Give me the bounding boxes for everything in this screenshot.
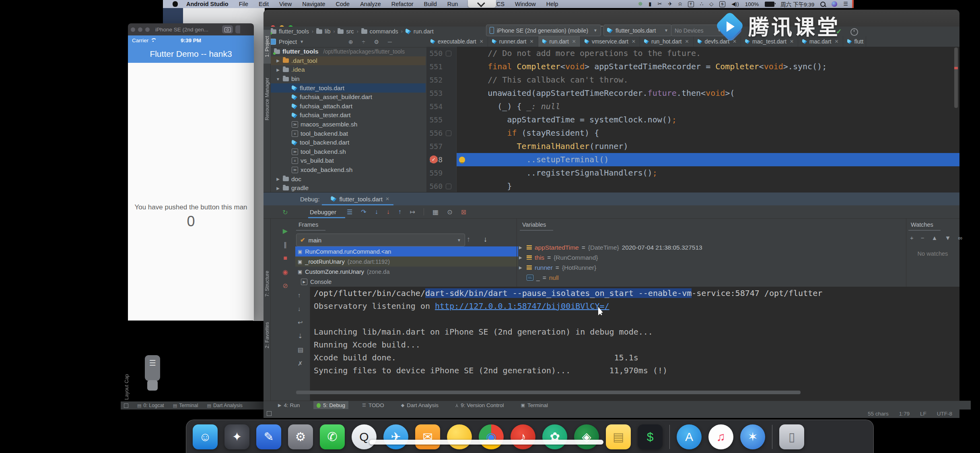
hide-icon[interactable]: ─ [388,39,392,45]
close-icon[interactable]: ✕ [733,39,737,44]
clear-all-icon[interactable]: ✗ [298,360,303,367]
expand-arrow-icon[interactable]: ▶ [519,255,524,260]
scroll-to-end-icon[interactable]: ⇣ [298,333,303,340]
tree-item-fuchsia_asset_builder.dart[interactable]: fuchsia_asset_builder.dart [264,93,426,102]
frame-row[interactable]: ▣_rootRunUnary (zone.dart:1192) [295,256,518,267]
tab-console[interactable]: ▶ Console [301,277,331,287]
toolwindow-button-todo[interactable]: ☰TODO [359,401,387,410]
restore-icon[interactable] [124,403,128,408]
tool-strip-2-favorites[interactable]: 2: Favorites [264,313,271,357]
drop-frame-icon[interactable]: ⊠ [461,208,466,216]
fold-marker[interactable] [446,184,451,189]
tree-item-bin[interactable]: ▼bin [264,74,426,84]
close-icon[interactable]: ✕ [530,39,534,44]
menu-item-window[interactable]: Window [510,0,541,8]
breadcrumb-item-flutter_tools[interactable]: flutter_tools [270,28,309,35]
tab-devfs.dart[interactable]: devfs.dart✕ [694,36,741,47]
down-stack-icon[interactable]: ↓ [298,305,301,312]
tab-debugger[interactable]: Debugger [310,209,336,215]
run-to-cursor-icon[interactable]: ↦ [410,208,415,216]
tree-item-tool_backend.sh[interactable]: ≫tool_backend.sh [264,147,426,157]
utility-app-icon[interactable]: ⚙ [288,424,313,449]
move-up-icon[interactable]: ▲ [932,234,938,241]
volume-icon[interactable]: ◀)) [731,0,739,8]
video-progress-bar[interactable] [369,440,603,445]
status-55-chars[interactable]: 55 chars [868,411,889,417]
menu-item-analyze[interactable]: Analyze [355,0,386,8]
close-icon[interactable]: ✕ [385,196,389,202]
menu-item-view[interactable]: View [274,0,297,8]
launchpad-icon[interactable]: ✦ [224,424,249,449]
observatory-link[interactable]: http://127.0.0.1:58747/bij00iBVlCY=/ [435,301,609,311]
print-icon[interactable]: ▤ [298,346,303,354]
toolwindow-button-terminal[interactable]: ▣Terminal [518,401,551,410]
view-breakpoints-icon[interactable]: ◉ [280,267,290,277]
tree-item-fuchsia_tester.dart[interactable]: fuchsia_tester.dart [264,111,426,120]
s-badge-icon[interactable]: S [719,1,725,7]
clock-icon[interactable] [850,28,858,36]
bg-toolwindow-dart-analysis[interactable]: ▤Dart Analysis [207,403,243,408]
step-into-icon[interactable]: ↓ [375,208,378,215]
qq-icon[interactable]: Q [352,424,377,449]
video-player-collapse-button[interactable] [468,0,496,8]
tab-vmservice.dart[interactable]: vmservice.dart✕ [581,36,640,47]
zoom-button[interactable] [145,27,150,32]
close-icon[interactable]: ✕ [834,39,838,44]
tab-mac_test.dart[interactable]: mac_test.dart✕ [741,36,798,47]
menu-item-edit[interactable]: Edit [253,0,274,8]
frame-down-icon[interactable]: ↓ [484,235,487,244]
siri-icon[interactable] [832,1,837,7]
app-store-icon[interactable]: A [677,424,702,449]
notification-center-icon[interactable]: ☰ [843,0,848,8]
tab-flutt[interactable]: flutt [843,36,866,47]
apple-menu-icon[interactable] [173,1,178,7]
toolwindow-button-4-run[interactable]: ▶4: Run [275,401,303,410]
menu-item-help[interactable]: Help [541,0,564,8]
minimize-button[interactable] [138,27,142,32]
tree-item-flutter_tools[interactable]: ▼flutter_tools/opt/flutter/packages/flut… [264,47,426,56]
force-step-into-icon[interactable]: ↓ [387,208,390,215]
layout-capture-tool-label[interactable]: Layout Cap [123,350,130,400]
status-utf-8[interactable]: UTF-8 [937,411,952,417]
close-icon[interactable]: ✕ [685,39,689,44]
green-creature-icon[interactable]: ❊ [638,0,642,8]
tab-mac.dart[interactable]: mac.dart✕ [798,36,843,47]
resume-icon[interactable]: ▶ [280,225,290,236]
scissors-icon[interactable]: ✂ [657,0,662,8]
bell-icon[interactable]: ⍾ [678,0,682,8]
tree-item-.dart_tool[interactable]: ▶.dart_tool [264,56,426,66]
add-watch-icon[interactable]: + [910,234,914,241]
music-icon[interactable]: ♫ [708,424,733,449]
fold-marker[interactable] [446,51,451,56]
tab-runner.dart[interactable]: runner.dart✕ [488,36,538,47]
tree-item-tool_backend.dart[interactable]: tool_backend.dart [264,138,426,147]
stop-icon[interactable]: ■ [280,253,290,263]
menu-item-code[interactable]: Code [330,0,355,8]
code-editor[interactable]: 550 // Do not add more operations to the… [426,47,959,192]
editor-scrollbar[interactable] [954,48,958,108]
chrome-icon[interactable]: ◉ [479,424,504,449]
paperplane-icon[interactable]: ✈ [668,0,672,8]
menu-item-run[interactable]: Run [442,0,463,8]
toolwindow-button-5-debug[interactable]: 5: Debug [313,401,348,410]
trash-icon[interactable]: ▯ [779,424,804,449]
tree-item-macos_assemble.sh[interactable]: ≫macos_assemble.sh [264,120,426,129]
frame-up-icon[interactable]: ↑ [467,235,470,244]
toolwindow-button-dart-analysis[interactable]: ◆Dart Analysis [398,401,442,410]
frame-row[interactable]: ▣RunCommand.runCommand.<an [295,246,518,256]
expand-arrow-icon[interactable]: ▶ [519,245,524,250]
tree-item-vs_build.bat[interactable]: ≡vs_build.bat [264,156,426,165]
simulator-toolbar-button[interactable] [235,25,240,33]
gear-icon[interactable]: ⚙ [374,39,379,45]
menu-item-navigate[interactable]: Navigate [297,0,330,8]
browser-sphere-icon[interactable]: ✶ [740,424,765,449]
breakpoint-icon[interactable]: ✓ [430,155,438,163]
finder-icon[interactable]: ☺ [193,424,218,449]
menu-item-refactor[interactable]: Refactor [386,0,419,8]
tree-item-flutter_tools.dart[interactable]: flutter_tools.dart [264,83,426,93]
close-icon[interactable]: ✕ [572,39,576,44]
project-panel-header[interactable]: Project ▼ ⊕÷⚙─ [264,36,430,48]
check-icon[interactable]: ✓ [836,27,842,36]
diamond-icon[interactable]: ◇ [709,0,713,8]
text-tool-icon[interactable]: T [688,1,694,7]
